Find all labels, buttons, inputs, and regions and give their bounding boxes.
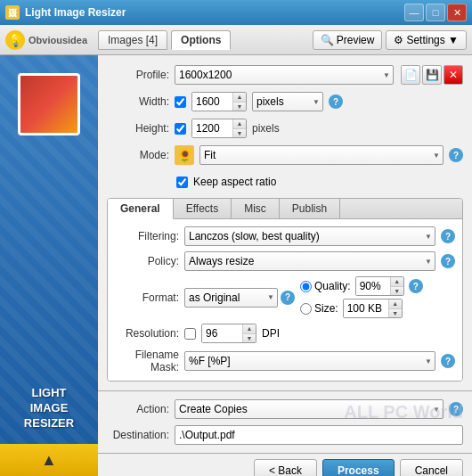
filtering-label: Filtering: xyxy=(115,230,179,242)
destination-input[interactable] xyxy=(175,425,463,445)
tab-misc[interactable]: Misc xyxy=(232,199,280,218)
cancel-button[interactable]: Cancel xyxy=(400,459,463,476)
settings-button[interactable]: ⚙ Settings ▼ xyxy=(386,30,467,50)
profile-save-button[interactable]: 💾 xyxy=(422,65,442,85)
sidebar-image xyxy=(18,73,80,135)
app-icon: 🖼 xyxy=(5,5,20,20)
width-up-button[interactable]: ▲ xyxy=(233,93,246,103)
profile-select[interactable]: 1600x1200 xyxy=(175,65,394,85)
height-row: Height: ▲ ▼ pixels xyxy=(107,118,463,139)
size-spinner: ▲ ▼ xyxy=(343,299,403,318)
main-content: LIGHT IMAGE RESIZER ▲ Profile: 1600x1200… xyxy=(0,55,472,476)
title-bar-text: Light Image Resizer xyxy=(25,6,404,19)
action-select[interactable]: Create Copies xyxy=(175,399,444,419)
filtering-select[interactable]: Lanczos (slow, best quality) xyxy=(184,226,435,246)
width-input[interactable] xyxy=(192,93,232,111)
brand-name: Obviousidea xyxy=(28,35,87,45)
process-button[interactable]: Process xyxy=(322,459,395,476)
quality-radio[interactable] xyxy=(300,281,312,292)
minimize-button[interactable]: — xyxy=(404,4,424,21)
width-checkbox[interactable] xyxy=(175,96,186,108)
profile-buttons: 📄 💾 ✕ xyxy=(401,65,463,85)
keep-aspect-label: Keep aspect ratio xyxy=(193,176,276,188)
height-label: Height: xyxy=(107,122,169,135)
height-down-button[interactable]: ▼ xyxy=(233,129,246,138)
quality-label-text: Quality: xyxy=(314,280,351,292)
quality-up-btn[interactable]: ▲ xyxy=(391,277,403,287)
quality-group: Quality: ▲ ▼ ? xyxy=(300,276,423,318)
tab-images[interactable]: Images [4] xyxy=(98,30,167,50)
width-unit-select[interactable]: pixels xyxy=(252,92,323,111)
format-help-icon[interactable]: ? xyxy=(281,291,295,305)
quality-input[interactable] xyxy=(356,277,390,295)
action-label: Action: xyxy=(107,403,169,415)
tab-options[interactable]: Options xyxy=(171,30,231,50)
width-down-button[interactable]: ▼ xyxy=(233,103,246,111)
size-row: Size: ▲ ▼ xyxy=(300,299,423,318)
width-row: Width: ▲ ▼ pixels ? xyxy=(107,91,463,112)
size-up-btn[interactable]: ▲ xyxy=(389,300,402,309)
logo-bulb-icon: 💡 xyxy=(5,30,25,50)
height-unit-label: pixels xyxy=(252,122,280,135)
filename-help-icon[interactable]: ? xyxy=(441,354,455,368)
sidebar-logo: LIGHT IMAGE RESIZER xyxy=(0,386,98,431)
policy-select[interactable]: Always resize Only shrink Only enlarge xyxy=(184,251,435,271)
policy-label: Policy: xyxy=(115,255,179,267)
destination-label: Destination: xyxy=(107,429,169,441)
size-radio-label: Size: xyxy=(300,302,338,315)
back-button[interactable]: < Back xyxy=(254,459,317,476)
profile-delete-button[interactable]: ✕ xyxy=(444,65,463,85)
filtering-help-icon[interactable]: ? xyxy=(441,229,455,243)
quality-down-btn[interactable]: ▼ xyxy=(391,287,403,296)
resolution-spinner-btns: ▲ ▼ xyxy=(242,324,256,342)
format-label: Format: xyxy=(115,291,179,304)
height-checkbox[interactable] xyxy=(175,123,186,135)
format-row: Format: as Original JPEG PNG ? xyxy=(115,276,455,318)
width-help-icon[interactable]: ? xyxy=(329,94,343,109)
height-input[interactable] xyxy=(192,119,232,137)
quality-spinner-btns: ▲ ▼ xyxy=(390,277,403,295)
mode-select[interactable]: Fit Stretch Fill xyxy=(199,145,444,165)
quality-radio-label: Quality: xyxy=(300,280,351,292)
tabs-header: General Effects Misc Publish xyxy=(108,199,462,219)
filename-row: Filename Mask: %F [%P] ? xyxy=(115,349,455,373)
mode-row: Mode: 🌻 Fit Stretch Fill ? xyxy=(107,144,463,166)
tab-publish[interactable]: Publish xyxy=(280,199,340,218)
tab-effects[interactable]: Effects xyxy=(174,199,232,218)
maximize-button[interactable]: □ xyxy=(426,4,445,21)
bottom-buttons: < Back Process Cancel xyxy=(98,453,472,476)
tab-general[interactable]: General xyxy=(108,199,174,219)
resolution-row: Resolution: ▲ ▼ DPI xyxy=(115,324,455,343)
format-select[interactable]: as Original JPEG PNG xyxy=(184,288,278,308)
sidebar-bottom[interactable]: ▲ xyxy=(0,444,98,476)
height-up-button[interactable]: ▲ xyxy=(233,119,246,129)
size-input[interactable] xyxy=(344,300,388,317)
resolution-checkbox[interactable] xyxy=(184,328,196,340)
resolution-input[interactable] xyxy=(202,324,242,342)
filtering-row: Filtering: Lanczos (slow, best quality) … xyxy=(115,226,455,246)
profile-label: Profile: xyxy=(107,69,169,81)
size-down-btn[interactable]: ▼ xyxy=(389,309,402,318)
width-label: Width: xyxy=(107,95,169,108)
preview-icon: 🔍 xyxy=(321,34,334,46)
title-bar-controls: — □ ✕ xyxy=(404,4,467,21)
profile-new-button[interactable]: 📄 xyxy=(401,65,420,85)
close-button[interactable]: ✕ xyxy=(447,4,467,21)
quality-row: Quality: ▲ ▼ ? xyxy=(300,276,423,296)
options-panel: Profile: 1600x1200 📄 💾 ✕ Width: xyxy=(98,55,472,390)
width-spinner-buttons: ▲ ▼ xyxy=(232,93,246,111)
policy-help-icon[interactable]: ? xyxy=(441,254,455,268)
mode-help-icon[interactable]: ? xyxy=(449,148,463,162)
resolution-down-btn[interactable]: ▼ xyxy=(243,334,256,343)
policy-row: Policy: Always resize Only shrink Only e… xyxy=(115,251,455,271)
resolution-up-btn[interactable]: ▲ xyxy=(243,324,256,334)
resolution-unit-label: DPI xyxy=(262,327,280,340)
filename-select[interactable]: %F [%P] xyxy=(184,351,435,371)
profile-row: Profile: 1600x1200 📄 💾 ✕ xyxy=(107,64,463,86)
keep-aspect-checkbox[interactable] xyxy=(176,176,188,188)
quality-help-icon[interactable]: ? xyxy=(409,279,423,293)
size-radio[interactable] xyxy=(300,303,312,315)
preview-button[interactable]: 🔍 Preview xyxy=(313,30,383,50)
resolution-spinner: ▲ ▼ xyxy=(201,324,256,343)
action-help-icon[interactable]: ? xyxy=(449,402,463,416)
